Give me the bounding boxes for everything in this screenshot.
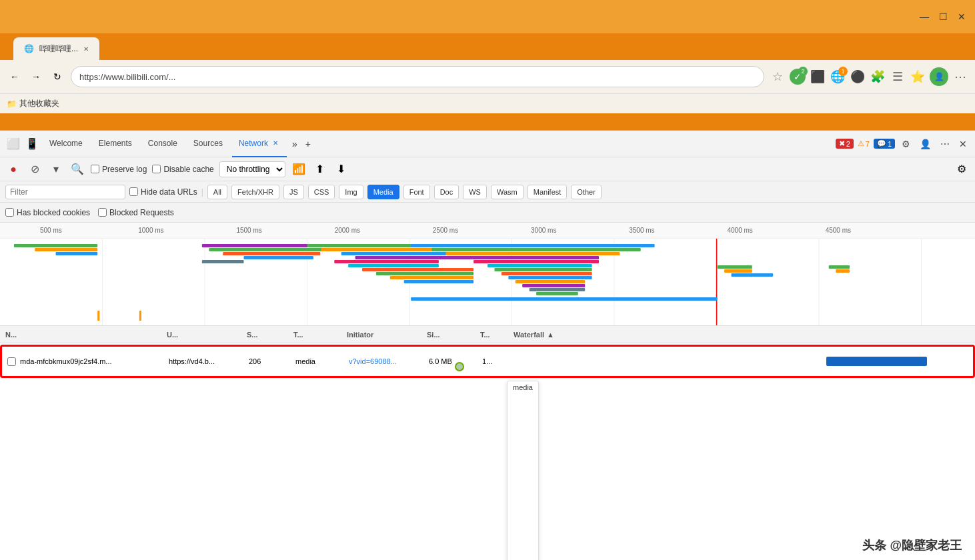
globe-ext-icon[interactable]: 🌐 1 bbox=[830, 69, 846, 85]
network-settings-button[interactable]: ⚙ bbox=[954, 161, 970, 177]
header-waterfall[interactable]: Waterfall ▲ bbox=[514, 331, 975, 339]
record-button[interactable]: ● bbox=[5, 161, 21, 177]
heart-ext-icon[interactable]: ⭐ bbox=[910, 69, 926, 85]
filter-all-button[interactable]: All bbox=[207, 185, 227, 199]
info-count-badge[interactable]: 💬 1 bbox=[874, 139, 895, 149]
tab-sources[interactable]: Sources bbox=[187, 131, 229, 157]
cell-initiator[interactable]: v?vid=69088... bbox=[349, 357, 429, 365]
filter-fetchxhr-button[interactable]: Fetch/XHR bbox=[231, 185, 279, 199]
header-type[interactable]: T... bbox=[293, 331, 347, 339]
filter-other-button[interactable]: Other bbox=[571, 185, 602, 199]
upload-button[interactable]: ⬆ bbox=[312, 161, 328, 177]
disable-cache-checkbox[interactable]: Disable cache bbox=[152, 165, 213, 174]
stop-button[interactable]: ⊘ bbox=[27, 161, 43, 177]
has-blocked-cookies-input[interactable] bbox=[5, 208, 14, 217]
filter-font-button[interactable]: Font bbox=[403, 185, 430, 199]
add-tab-button[interactable]: + bbox=[303, 137, 313, 151]
disable-cache-input[interactable] bbox=[152, 165, 161, 173]
header-name[interactable]: N... bbox=[0, 331, 167, 339]
minimize-button[interactable]: — bbox=[918, 10, 931, 23]
has-blocked-cookies-checkbox[interactable]: Has blocked cookies bbox=[5, 208, 90, 217]
marker-2500ms: 2500 ms bbox=[433, 227, 458, 234]
svg-rect-27 bbox=[411, 244, 655, 247]
marker-2000ms: 2000 ms bbox=[335, 227, 360, 234]
square-ext-icon[interactable]: ⬛ bbox=[810, 69, 826, 85]
preserve-log-label: Preserve log bbox=[102, 165, 147, 174]
hide-data-urls-input[interactable] bbox=[129, 187, 138, 196]
tab-network-close[interactable]: ✕ bbox=[271, 139, 280, 148]
svg-rect-37 bbox=[522, 284, 585, 287]
filter-wasm-button[interactable]: Wasm bbox=[491, 185, 524, 199]
svg-rect-14 bbox=[223, 252, 320, 255]
forward-button[interactable]: → bbox=[28, 69, 44, 85]
filter-input[interactable] bbox=[5, 185, 125, 199]
close-button[interactable]: ✕ bbox=[955, 10, 968, 23]
devtools-settings-button[interactable]: ⚙ bbox=[899, 137, 913, 151]
header-size[interactable]: Si... bbox=[427, 331, 480, 339]
refresh-button[interactable]: ↻ bbox=[49, 69, 65, 85]
tab-close-icon[interactable]: ✕ bbox=[83, 45, 89, 53]
filter-button[interactable]: ▾ bbox=[48, 161, 64, 177]
svg-rect-29 bbox=[445, 252, 620, 255]
inspect-element-button[interactable]: ⬜ bbox=[5, 136, 21, 152]
address-input[interactable]: https://www.bilibili.com/... bbox=[71, 66, 764, 87]
filter-ws-button[interactable]: WS bbox=[463, 185, 487, 199]
row-checkbox[interactable] bbox=[7, 357, 16, 366]
svg-rect-21 bbox=[334, 260, 439, 263]
download-button[interactable]: ⬇ bbox=[333, 161, 349, 177]
more-button[interactable]: ⋯ bbox=[952, 69, 968, 85]
tab-console[interactable]: Console bbox=[141, 131, 184, 157]
wifi-icon[interactable]: 📶 bbox=[291, 161, 307, 177]
filter-manifest-button[interactable]: Manifest bbox=[528, 185, 568, 199]
star-ext-icon[interactable]: ☆ bbox=[770, 69, 786, 85]
address-bar-row: ← → ↻ https://www.bilibili.com/... ☆ ✓ 2… bbox=[0, 60, 975, 93]
tab-elements[interactable]: Elements bbox=[92, 131, 139, 157]
filter-img-button[interactable]: Img bbox=[339, 185, 363, 199]
cursor-indicator bbox=[455, 362, 464, 371]
tab-welcome[interactable]: Welcome bbox=[43, 131, 89, 157]
blocked-requests-checkbox[interactable]: Blocked Requests bbox=[98, 208, 174, 217]
more-tabs-button[interactable]: » bbox=[289, 137, 300, 151]
table-row[interactable]: mda-mfcbkmux09jc2sf4.m... https://vd4.b.… bbox=[0, 345, 975, 378]
check-ext-icon[interactable]: ✓ 2 bbox=[790, 69, 806, 85]
devtools-close-button[interactable]: ✕ bbox=[956, 137, 970, 151]
header-status[interactable]: S... bbox=[247, 331, 293, 339]
user-avatar-icon[interactable]: 👤 bbox=[930, 67, 948, 86]
device-toolbar-button[interactable]: 📱 bbox=[24, 136, 40, 152]
filter-css-button[interactable]: CSS bbox=[308, 185, 335, 199]
filter-media-button[interactable]: Media bbox=[367, 185, 399, 199]
hide-data-urls-checkbox[interactable]: Hide data URLs bbox=[129, 187, 197, 197]
header-url[interactable]: U... bbox=[167, 331, 247, 339]
circle-ext-icon[interactable]: ⚫ bbox=[850, 69, 866, 85]
tab-network[interactable]: Network ✕ bbox=[232, 131, 287, 157]
svg-rect-25 bbox=[390, 276, 473, 279]
preserve-log-checkbox[interactable]: Preserve log bbox=[91, 165, 147, 174]
bookmarks-folder[interactable]: 📁 其他收藏夹 bbox=[7, 98, 59, 109]
svg-rect-31 bbox=[473, 260, 599, 263]
devtools-tabbar: ⬜ 📱 Welcome Elements Console Sources Net… bbox=[0, 131, 975, 157]
blocked-requests-input[interactable] bbox=[98, 208, 107, 217]
puzzle-ext-icon[interactable]: 🧩 bbox=[870, 69, 886, 85]
list-ext-icon[interactable]: ☰ bbox=[890, 69, 906, 85]
browser-tab[interactable]: 🌐 哔哩哔哩... ✕ bbox=[13, 37, 99, 60]
search-button[interactable]: 🔍 bbox=[69, 161, 85, 177]
hide-data-urls-label: Hide data URLs bbox=[141, 187, 197, 197]
header-time[interactable]: T... bbox=[480, 331, 514, 339]
cell-time: 1... bbox=[482, 357, 516, 365]
svg-rect-28 bbox=[431, 248, 640, 251]
cell-status: 206 bbox=[249, 357, 295, 365]
devtools-more-button[interactable]: ⋯ bbox=[938, 137, 952, 151]
filter-js-button[interactable]: JS bbox=[283, 185, 304, 199]
folder-label: 其他收藏夹 bbox=[19, 98, 59, 109]
throttling-select[interactable]: No throttling Fast 3G Slow 3G Offline bbox=[219, 161, 285, 177]
error-count-badge[interactable]: ✖ 2 bbox=[836, 139, 854, 149]
error-count: 2 bbox=[846, 140, 850, 148]
preserve-log-input[interactable] bbox=[91, 165, 99, 173]
maximize-button[interactable]: ☐ bbox=[936, 10, 950, 23]
filter-doc-button[interactable]: Doc bbox=[434, 185, 459, 199]
marker-3000ms: 3000 ms bbox=[531, 227, 556, 234]
header-initiator[interactable]: Initiator bbox=[347, 331, 427, 339]
warning-count-badge[interactable]: ⚠ 7 bbox=[858, 139, 870, 148]
back-button[interactable]: ← bbox=[7, 69, 23, 85]
devtools-profile-button[interactable]: 👤 bbox=[917, 137, 934, 151]
